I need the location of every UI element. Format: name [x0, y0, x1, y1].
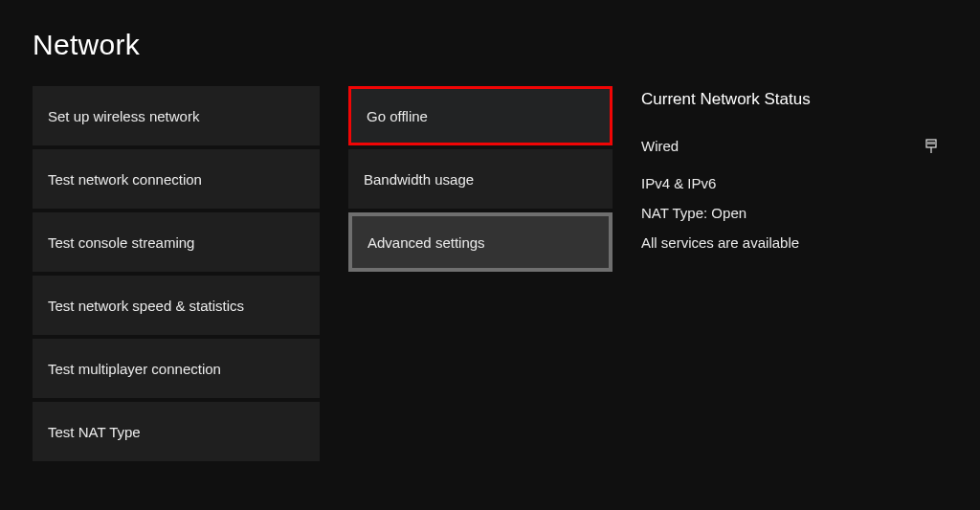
test-speed-label: Test network speed & statistics: [48, 298, 244, 314]
setup-wireless-label: Set up wireless network: [48, 108, 199, 124]
ethernet-icon: [924, 139, 938, 154]
middle-column: Go offline Bandwidth usage Advanced sett…: [348, 86, 612, 272]
status-ip: IPv4 & IPv6: [641, 175, 938, 191]
test-nat-button[interactable]: Test NAT Type: [33, 402, 320, 461]
left-column: Set up wireless network Test network con…: [33, 86, 320, 461]
go-offline-label: Go offline: [367, 108, 428, 124]
bandwidth-usage-label: Bandwidth usage: [364, 171, 474, 188]
test-multiplayer-button[interactable]: Test multiplayer connection: [33, 339, 320, 398]
test-speed-button[interactable]: Test network speed & statistics: [33, 276, 320, 335]
status-heading: Current Network Status: [641, 90, 938, 109]
advanced-settings-button[interactable]: Advanced settings: [348, 212, 612, 272]
status-connection-label: Wired: [641, 138, 679, 154]
advanced-settings-label: Advanced settings: [368, 234, 485, 251]
status-nat: NAT Type: Open: [641, 205, 938, 221]
test-nat-label: Test NAT Type: [48, 424, 141, 440]
test-connection-label: Test network connection: [48, 171, 202, 188]
bandwidth-usage-button[interactable]: Bandwidth usage: [348, 149, 612, 209]
page-title: Network: [33, 29, 947, 61]
content-columns: Set up wireless network Test network con…: [33, 86, 947, 461]
status-connection-row: Wired: [641, 138, 938, 154]
test-streaming-label: Test console streaming: [48, 234, 194, 251]
test-streaming-button[interactable]: Test console streaming: [33, 212, 320, 272]
test-multiplayer-label: Test multiplayer connection: [48, 361, 221, 377]
test-connection-button[interactable]: Test network connection: [33, 149, 320, 209]
setup-wireless-button[interactable]: Set up wireless network: [33, 86, 320, 145]
status-panel: Current Network Status Wired IPv4 & IPv6…: [641, 86, 938, 264]
status-services: All services are available: [641, 234, 938, 251]
go-offline-button[interactable]: Go offline: [348, 86, 612, 145]
